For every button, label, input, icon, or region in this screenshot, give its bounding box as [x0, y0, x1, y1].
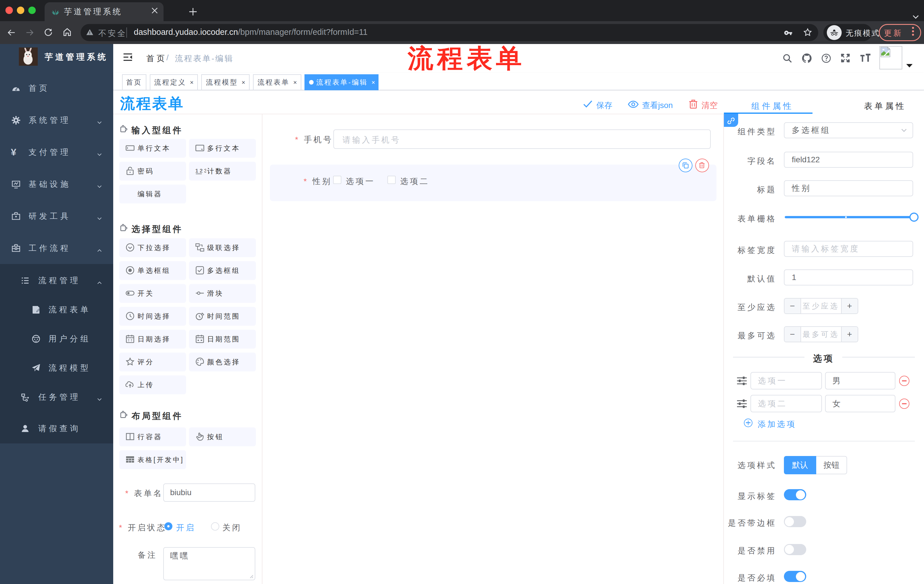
- svg-text:123: 123: [195, 168, 206, 174]
